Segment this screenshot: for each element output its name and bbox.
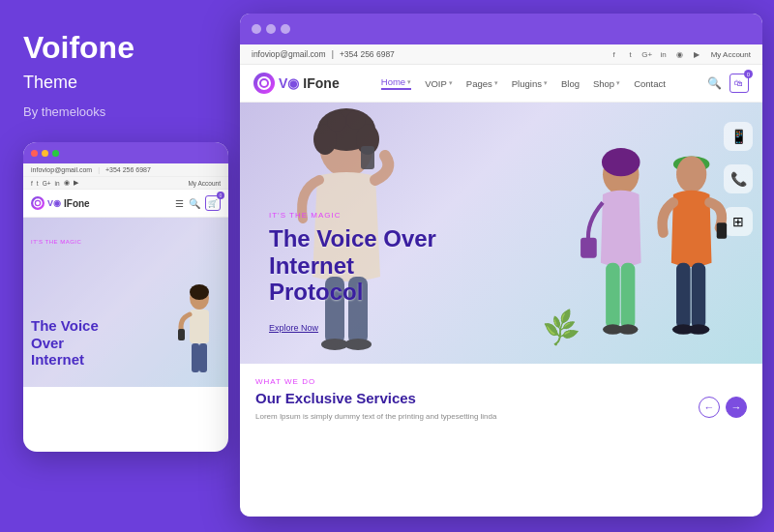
mobile-hero-title: The Voice Over Internet bbox=[31, 317, 99, 368]
nav-shop-chevron: ▾ bbox=[616, 79, 620, 87]
nav-plugins[interactable]: Plugins ▾ bbox=[512, 78, 548, 89]
social-linkedin-icon[interactable]: in bbox=[658, 48, 670, 60]
svg-point-3 bbox=[190, 284, 209, 300]
mobile-hero-tag: It's the magic bbox=[31, 239, 81, 245]
svg-point-22 bbox=[602, 148, 640, 176]
desktop-email: infoviop@gmail.com bbox=[252, 49, 326, 59]
social-gplus-icon[interactable]: G+ bbox=[641, 48, 653, 60]
social-youtube-icon[interactable]: ▶ bbox=[691, 48, 702, 60]
svg-point-15 bbox=[346, 110, 366, 130]
services-tag: What we do bbox=[255, 377, 747, 386]
nav-blog-label: Blog bbox=[561, 78, 580, 89]
services-title: Our Exclusive Services bbox=[255, 390, 747, 406]
social-instagram-icon[interactable]: ◉ bbox=[674, 48, 686, 60]
svg-point-19 bbox=[321, 339, 348, 350]
nav-plugins-chevron: ▾ bbox=[544, 79, 548, 87]
mobile-logo: V◉ IFone bbox=[31, 196, 90, 210]
mobile-social-ig: ◉ bbox=[64, 179, 70, 187]
nav-pages[interactable]: Pages ▾ bbox=[466, 78, 498, 89]
mobile-cart-icon[interactable]: 🛒 0 bbox=[205, 195, 221, 211]
desktop-contact-bar: infoviop@gmail.com | +354 256 6987 f t G… bbox=[240, 44, 762, 65]
mobile-search-icon[interactable]: 🔍 bbox=[189, 198, 200, 209]
hero-illustration-people bbox=[550, 122, 753, 364]
svg-rect-25 bbox=[621, 263, 636, 329]
nav-plugins-label: Plugins bbox=[512, 78, 542, 89]
svg-rect-31 bbox=[676, 263, 691, 329]
svg-rect-6 bbox=[192, 343, 199, 372]
desktop-nav: V◉ IFone Home ▾ VOIP ▾ Pages ▾ Plugins ▾… bbox=[240, 65, 762, 103]
browser-dot-3 bbox=[281, 24, 290, 34]
hamburger-icon[interactable]: ☰ bbox=[175, 198, 184, 209]
browser-mockup: infoviop@gmail.com | +354 256 6987 f t G… bbox=[240, 14, 762, 517]
mobile-logo-text: IFone bbox=[64, 198, 90, 209]
dot-red bbox=[31, 150, 38, 157]
svg-point-1 bbox=[36, 201, 40, 205]
desktop-cart-badge: 0 bbox=[744, 70, 753, 78]
browser-dots bbox=[252, 24, 290, 34]
nav-contact[interactable]: Contact bbox=[634, 78, 666, 89]
mobile-hero: It's the magic The Voice Over Internet bbox=[23, 218, 228, 387]
dot-green bbox=[52, 150, 59, 157]
hero-title: The Voice Over Internet Protocol bbox=[269, 225, 436, 306]
hero-title-line3: Protocol bbox=[269, 279, 436, 306]
nav-blog[interactable]: Blog bbox=[561, 78, 580, 89]
nav-shop[interactable]: Shop ▾ bbox=[593, 78, 620, 89]
nav-voip-label: VOIP bbox=[425, 78, 447, 89]
nav-pages-label: Pages bbox=[466, 78, 492, 89]
social-twitter-icon[interactable]: t bbox=[625, 48, 637, 60]
desktop-cart-icon[interactable]: 🛍 0 bbox=[729, 74, 749, 93]
browser-dot-2 bbox=[266, 24, 276, 34]
mobile-nav-bar: V◉ IFone ☰ 🔍 🛒 0 bbox=[23, 190, 228, 218]
mobile-social-gp: G+ bbox=[43, 180, 51, 187]
left-panel: Voifone Theme By themelooks infoviop@gma… bbox=[0, 0, 240, 532]
desktop-my-account[interactable]: My Account bbox=[711, 50, 751, 59]
desktop-logo-icon bbox=[253, 73, 275, 94]
social-facebook-icon[interactable]: f bbox=[609, 48, 620, 60]
svg-rect-7 bbox=[199, 343, 207, 372]
svg-rect-23 bbox=[580, 238, 597, 258]
explore-now-button[interactable]: Explore Now bbox=[269, 323, 318, 333]
services-section: What we do Our Exclusive Services Lorem … bbox=[240, 364, 762, 431]
nav-contact-label: Contact bbox=[634, 78, 666, 89]
svg-point-14 bbox=[327, 112, 346, 132]
browser-dot-1 bbox=[252, 24, 261, 34]
theme-author: By themelooks bbox=[23, 104, 217, 119]
svg-point-27 bbox=[618, 324, 639, 334]
hero-title-line2: Internet bbox=[269, 252, 436, 280]
svg-point-29 bbox=[676, 156, 706, 192]
svg-rect-4 bbox=[190, 310, 209, 343]
nav-pages-chevron: ▾ bbox=[494, 79, 498, 87]
svg-rect-16 bbox=[361, 146, 374, 169]
nav-home-label: Home bbox=[381, 76, 405, 87]
mobile-hero-line2: Over bbox=[31, 335, 99, 351]
mobile-phone: +354 256 6987 bbox=[105, 166, 151, 173]
svg-rect-24 bbox=[606, 263, 620, 329]
browser-chrome bbox=[240, 14, 762, 44]
mobile-hero-line3: Internet bbox=[31, 351, 99, 368]
desktop-logo-v: V◉ bbox=[279, 75, 299, 91]
desktop-nav-links: Home ▾ VOIP ▾ Pages ▾ Plugins ▾ Blog Sho… bbox=[381, 76, 666, 90]
mobile-hero-line1: The Voice bbox=[31, 317, 99, 334]
desktop-logo: V◉ IFone bbox=[253, 73, 340, 94]
hero-content: It's the magic The Voice Over Internet P… bbox=[269, 211, 436, 335]
hero-title-line1: The Voice Over bbox=[269, 225, 436, 252]
desktop-nav-right: 🔍 🛍 0 bbox=[707, 74, 749, 93]
desktop-contact-left: infoviop@gmail.com | +354 256 6987 bbox=[252, 49, 395, 59]
svg-rect-5 bbox=[178, 329, 185, 340]
services-prev-button[interactable]: ← bbox=[699, 397, 720, 418]
nav-home[interactable]: Home ▾ bbox=[381, 76, 411, 90]
mobile-cart-badge: 0 bbox=[217, 192, 224, 199]
svg-point-20 bbox=[344, 339, 372, 350]
nav-voip[interactable]: VOIP ▾ bbox=[425, 78, 453, 89]
hero-tag: It's the magic bbox=[269, 211, 436, 220]
mobile-my-account: My Account bbox=[188, 180, 221, 187]
services-description: Lorem Ipsum is simply dummy text of the … bbox=[255, 411, 747, 422]
desktop-separator: | bbox=[332, 49, 334, 59]
services-navigation: ← → bbox=[699, 397, 747, 418]
services-next-button[interactable]: → bbox=[726, 397, 747, 418]
cart-bag-icon: 🛍 bbox=[734, 78, 743, 88]
desktop-phone: +354 256 6987 bbox=[340, 49, 395, 59]
mobile-contact-bar: infoviop@gmail.com | +354 256 6987 bbox=[23, 163, 228, 177]
desktop-hero: It's the magic The Voice Over Internet P… bbox=[240, 103, 762, 364]
desktop-search-icon[interactable]: 🔍 bbox=[707, 76, 722, 90]
